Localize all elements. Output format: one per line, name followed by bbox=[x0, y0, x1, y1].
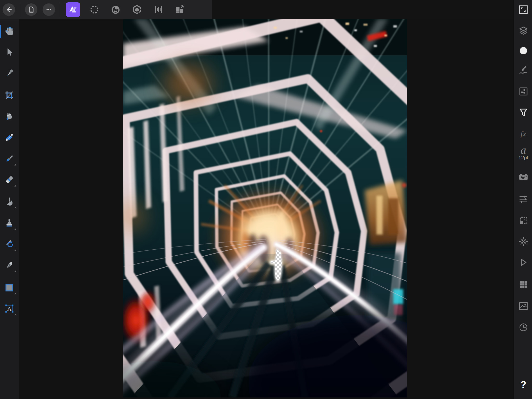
panel-transform[interactable] bbox=[517, 215, 529, 227]
panel-channels[interactable] bbox=[517, 171, 529, 183]
persona-tone-mapping[interactable] bbox=[151, 2, 165, 17]
panel-color[interactable] bbox=[517, 45, 529, 57]
persona-export[interactable] bbox=[172, 2, 187, 17]
flyout-indicator bbox=[14, 249, 16, 251]
tool-crop[interactable] bbox=[2, 88, 17, 103]
persona-develop[interactable] bbox=[130, 2, 144, 17]
hand-icon bbox=[4, 26, 15, 37]
export-layout-icon bbox=[174, 4, 185, 15]
orange-glow-upper-left bbox=[163, 64, 213, 103]
ellipsis-icon bbox=[44, 5, 53, 14]
selected-tool-indicator bbox=[0, 25, 1, 38]
photo-artwork bbox=[123, 19, 407, 397]
tool-clone-stamp[interactable] bbox=[2, 216, 17, 230]
canvas-bounds-button[interactable] bbox=[517, 4, 529, 16]
rectangle-icon bbox=[4, 282, 15, 293]
image-icon bbox=[518, 301, 529, 311]
affinity-photo-logo-icon bbox=[67, 4, 79, 16]
funnel-icon bbox=[518, 107, 529, 118]
photo-document[interactable] bbox=[123, 19, 407, 397]
persona-selections[interactable] bbox=[87, 2, 102, 17]
flame-icon bbox=[4, 196, 15, 207]
layers-icon bbox=[518, 26, 529, 37]
flyout-indicator bbox=[14, 185, 16, 187]
tool-blur-smudge[interactable] bbox=[2, 194, 17, 209]
text-frame-icon: A bbox=[4, 303, 15, 314]
tool-move[interactable] bbox=[2, 45, 17, 59]
panel-navigator[interactable] bbox=[517, 236, 529, 248]
tool-text[interactable]: A bbox=[2, 301, 17, 316]
flyout-indicator bbox=[14, 270, 16, 272]
corner-brackets-icon bbox=[518, 5, 528, 15]
tools-toolbar: A bbox=[0, 19, 19, 399]
panel-brushes[interactable] bbox=[517, 64, 529, 76]
eyedropper-icon bbox=[4, 68, 15, 79]
tool-paint-brush[interactable] bbox=[2, 151, 17, 166]
cursor-arrow-icon bbox=[4, 47, 15, 58]
document-menu-button[interactable] bbox=[25, 3, 37, 16]
flyout-indicator bbox=[14, 292, 16, 294]
toolbar-divider bbox=[60, 2, 60, 17]
type-glyph: a bbox=[521, 145, 526, 155]
type-size-label: 12pt bbox=[518, 155, 528, 160]
help-label: ? bbox=[520, 379, 526, 390]
panel-text-styles[interactable]: a 12pt bbox=[517, 147, 529, 159]
toolbar-divider bbox=[20, 2, 20, 17]
dashed-circle-icon bbox=[89, 4, 99, 15]
flyout-indicator bbox=[14, 207, 16, 208]
fx-label: fx bbox=[521, 129, 526, 138]
tone-bars-icon bbox=[153, 4, 163, 15]
crop-frame-icon bbox=[4, 90, 15, 101]
arrow-left-icon bbox=[4, 5, 13, 14]
transform-icon bbox=[518, 215, 529, 226]
svg-text:A: A bbox=[7, 305, 12, 312]
stamp-icon bbox=[4, 218, 15, 229]
liquify-blob-icon bbox=[110, 4, 121, 15]
panel-macros[interactable] bbox=[517, 256, 529, 268]
canvas-area[interactable] bbox=[19, 19, 514, 399]
help-button[interactable]: ? bbox=[517, 379, 529, 391]
adjustments-icon bbox=[518, 86, 529, 97]
panel-sliders[interactable] bbox=[517, 193, 529, 205]
flyout-indicator bbox=[14, 164, 16, 165]
tool-pen[interactable] bbox=[2, 258, 17, 272]
document-icon bbox=[27, 5, 36, 14]
tool-flood-fill[interactable] bbox=[2, 109, 17, 124]
tool-view[interactable] bbox=[2, 24, 17, 38]
top-toolbar bbox=[0, 0, 212, 19]
flyout-indicator bbox=[14, 314, 16, 315]
panel-history[interactable] bbox=[517, 321, 529, 333]
play-icon bbox=[518, 257, 529, 268]
panel-swatches-grid[interactable] bbox=[517, 278, 529, 290]
pen-nib-icon bbox=[4, 260, 15, 271]
panel-stock-images[interactable] bbox=[517, 300, 529, 312]
more-options-button[interactable] bbox=[43, 3, 55, 16]
grid-icon bbox=[518, 279, 529, 290]
tool-shape-rectangle[interactable] bbox=[2, 280, 17, 295]
paint-bucket-icon bbox=[4, 111, 15, 122]
flyout-indicator bbox=[14, 228, 16, 230]
sliders-icon bbox=[518, 194, 529, 205]
color-circle-icon bbox=[518, 45, 529, 56]
eraser-icon bbox=[4, 174, 15, 185]
develop-hexagon-icon bbox=[132, 4, 142, 15]
gradient-line-icon bbox=[4, 132, 15, 143]
panel-layers[interactable] bbox=[517, 25, 529, 37]
panel-adjustments[interactable] bbox=[517, 85, 529, 97]
persona-photo[interactable] bbox=[66, 2, 80, 17]
history-brush-icon bbox=[4, 239, 15, 250]
brush-wave-icon bbox=[518, 65, 529, 76]
brush-icon bbox=[4, 153, 15, 164]
tool-color-picker[interactable] bbox=[2, 66, 17, 81]
back-button[interactable] bbox=[3, 3, 15, 16]
panel-layer-effects[interactable]: fx bbox=[517, 128, 529, 140]
navigator-star-icon bbox=[518, 236, 529, 247]
tool-undo-brush[interactable] bbox=[2, 237, 17, 251]
tool-erase[interactable] bbox=[2, 172, 17, 187]
studio-sidebar: fx a 12pt bbox=[514, 0, 532, 399]
tool-gradient[interactable] bbox=[2, 130, 17, 145]
persona-liquify[interactable] bbox=[108, 2, 123, 17]
panel-filters[interactable] bbox=[517, 107, 529, 118]
clock-icon bbox=[518, 322, 529, 333]
camera-icon bbox=[518, 172, 529, 183]
